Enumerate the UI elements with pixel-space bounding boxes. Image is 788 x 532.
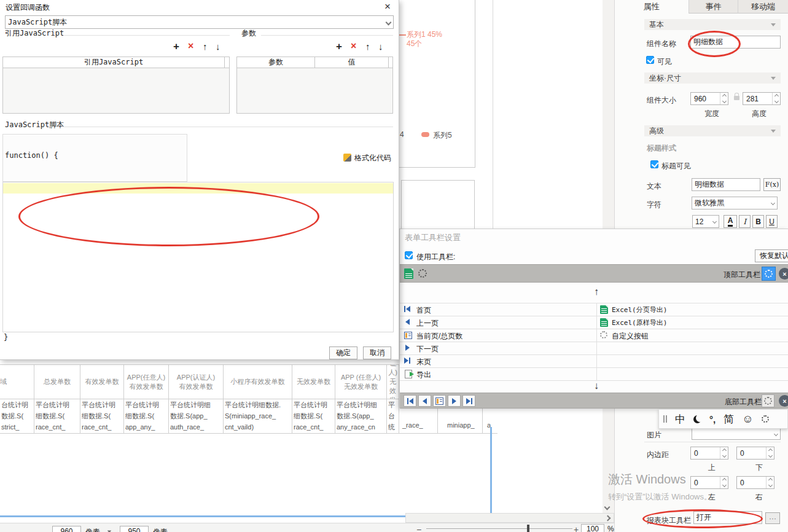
remove-ref-button[interactable]: × xyxy=(188,41,193,52)
format-brush-icon[interactable] xyxy=(343,154,351,162)
move-ref-down-button[interactable]: ↓ xyxy=(216,41,220,52)
tab-events[interactable]: 事件 xyxy=(689,0,738,14)
top-toolbar-settings-button[interactable] xyxy=(762,267,776,281)
reset-default-button[interactable]: 恢复默认 xyxy=(755,249,788,262)
height-value[interactable]: 281 xyxy=(743,93,772,104)
list-item-last-page[interactable]: 末页 xyxy=(416,357,431,367)
padding-left-value[interactable]: 0 xyxy=(691,477,720,488)
use-toolbar-checkbox[interactable] xyxy=(405,251,413,259)
canvas-width-input[interactable]: 960 xyxy=(52,526,81,532)
horizontal-scrollbar[interactable] xyxy=(405,513,614,523)
move-up-arrow[interactable]: ↑ xyxy=(594,286,599,297)
first-page-button[interactable] xyxy=(404,395,416,407)
move-param-up-button[interactable]: ↑ xyxy=(365,41,370,52)
ime-charset-button[interactable]: 简 xyxy=(724,412,734,426)
bottom-toolbar-remove-button[interactable]: × xyxy=(779,395,788,407)
padding-top-stepper[interactable]: 0 xyxy=(690,447,728,460)
zoom-slider-handle[interactable] xyxy=(527,525,529,532)
font-size-select[interactable]: 12 xyxy=(692,215,719,228)
padding-bottom-value[interactable]: 0 xyxy=(737,447,766,459)
stepper-arrows[interactable] xyxy=(766,477,774,488)
zoom-percent-input[interactable]: 100 xyxy=(581,524,604,532)
padding-left-stepper[interactable]: 0 xyxy=(690,476,728,489)
format-code-button[interactable]: 格式化代码 xyxy=(354,153,391,163)
legend-series5[interactable]: 系列5 xyxy=(433,130,452,141)
list-item-export[interactable]: 导出 xyxy=(416,370,431,380)
list-item-first-page[interactable]: 首页 xyxy=(416,305,431,316)
chevron-down-icon xyxy=(712,219,717,224)
next-page-button[interactable] xyxy=(448,395,461,407)
prev-page-button[interactable] xyxy=(418,395,431,407)
current-page-button[interactable] xyxy=(433,395,446,407)
ref-table-body[interactable] xyxy=(2,68,230,114)
ime-lang-button[interactable]: 中 xyxy=(675,412,685,426)
visible-checkbox[interactable] xyxy=(646,56,654,64)
font-select[interactable]: 微软雅黑 xyxy=(692,197,778,209)
padding-top-value[interactable]: 0 xyxy=(691,447,720,459)
selection-border-vertical[interactable] xyxy=(490,427,492,517)
move-param-down-button[interactable]: ↓ xyxy=(378,41,383,52)
gear-icon[interactable] xyxy=(418,269,427,278)
excel-icon[interactable] xyxy=(404,268,413,279)
stepper-arrows[interactable] xyxy=(720,93,728,104)
list-item-excel-original[interactable]: Excel(原样导出) xyxy=(612,318,667,327)
ok-button[interactable]: 确定 xyxy=(329,346,357,359)
annotation-ellipse-code xyxy=(18,187,319,246)
list-item-custom-button[interactable]: 自定义按钮 xyxy=(612,331,649,342)
section-basic[interactable]: 基本 xyxy=(644,19,781,30)
top-toolbar-remove-button[interactable]: × xyxy=(779,268,788,280)
list-item-next-page[interactable]: 下一页 xyxy=(416,344,439,354)
padding-bottom-stepper[interactable]: 0 xyxy=(736,447,774,460)
cancel-button[interactable]: 取消 xyxy=(363,346,391,359)
image-select[interactable] xyxy=(692,428,781,440)
zoom-out-button[interactable]: − xyxy=(416,525,421,532)
scroll-right-icon[interactable] xyxy=(605,515,611,522)
last-page-button[interactable] xyxy=(462,395,475,407)
width-value[interactable]: 960 xyxy=(691,93,720,104)
current-page-icon xyxy=(404,332,412,339)
underline-button[interactable]: U xyxy=(766,215,778,228)
add-ref-button[interactable]: + xyxy=(173,41,179,53)
canvas-height-input[interactable]: 950 xyxy=(120,526,149,532)
group-line xyxy=(261,35,393,36)
list-item-excel-paged[interactable]: Excel(分页导出) xyxy=(612,305,667,315)
tab-properties[interactable]: 属性 xyxy=(615,0,689,14)
event-type-select[interactable]: JavaScript脚本 xyxy=(5,15,394,29)
lock-ratio-icon[interactable] xyxy=(734,96,739,100)
bottom-toolbar-settings-button[interactable] xyxy=(762,394,774,407)
list-item-current-page[interactable]: 当前页/总页数 xyxy=(416,331,462,342)
section-coords[interactable]: 坐标·尺寸 xyxy=(644,72,781,84)
height-stepper[interactable]: 281 xyxy=(743,92,781,105)
moon-icon[interactable] xyxy=(693,415,701,423)
title-text-input[interactable]: 明细数据 xyxy=(692,178,760,191)
list-item-prev-page[interactable]: 上一页 xyxy=(416,318,439,329)
stepper-arrows[interactable] xyxy=(772,93,780,104)
drag-handle-icon[interactable] xyxy=(663,415,667,423)
ime-emoji-button[interactable]: ☺ xyxy=(742,413,753,426)
move-down-arrow[interactable]: ↓ xyxy=(594,380,599,391)
bold-button[interactable]: B xyxy=(752,215,764,228)
param-table-body[interactable] xyxy=(236,68,393,114)
move-ref-up-button[interactable]: ↑ xyxy=(203,41,208,52)
font-color-button[interactable]: A xyxy=(724,215,737,228)
tab-mobile[interactable]: 移动端 xyxy=(738,0,788,14)
padding-right-value[interactable]: 0 xyxy=(737,477,766,488)
gear-icon[interactable] xyxy=(762,415,769,423)
title-visible-checkbox[interactable] xyxy=(650,160,658,168)
stepper-arrows[interactable] xyxy=(766,447,774,459)
formula-button[interactable]: F(x) xyxy=(763,178,781,191)
zoom-in-button[interactable]: + xyxy=(574,525,579,532)
scroll-down-icon[interactable] xyxy=(604,504,611,510)
padding-right-stepper[interactable]: 0 xyxy=(736,476,774,489)
stepper-arrows[interactable] xyxy=(720,477,728,488)
remove-param-button[interactable]: × xyxy=(351,41,356,52)
close-button[interactable]: × xyxy=(384,1,391,13)
section-advanced[interactable]: 高级 xyxy=(644,125,781,136)
add-param-button[interactable]: + xyxy=(336,41,342,53)
zoom-slider-track[interactable] xyxy=(426,528,572,529)
ime-punctuation-button[interactable]: °, xyxy=(709,414,716,424)
width-stepper[interactable]: 960 xyxy=(690,92,728,105)
italic-button[interactable]: I xyxy=(739,215,751,228)
block-toolbar-more-button[interactable]: ··· xyxy=(765,512,780,524)
stepper-arrows[interactable] xyxy=(720,447,728,459)
